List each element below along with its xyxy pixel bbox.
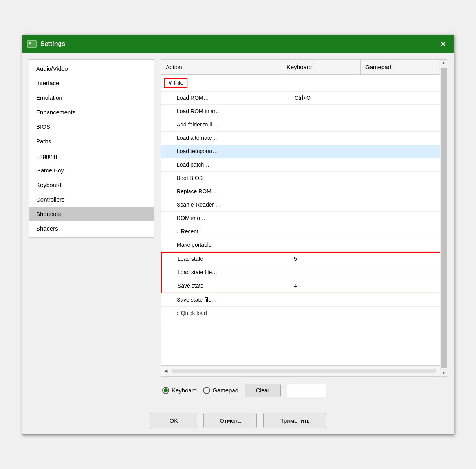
- apply-button[interactable]: Применить: [263, 413, 326, 428]
- keyboard-cell: [290, 162, 368, 167]
- gamepad-cell: [368, 216, 447, 220]
- keyboard-cell: [290, 189, 368, 194]
- scroll-left-arrow[interactable]: ◀: [161, 365, 170, 376]
- gamepad-cell: [368, 176, 447, 180]
- close-button[interactable]: ✕: [437, 38, 449, 50]
- gamepad-radio-label[interactable]: Gamepad: [203, 387, 238, 394]
- action-cell: Make portable: [161, 239, 290, 250]
- horizontal-scrollbar[interactable]: ◀ ▶: [161, 365, 447, 376]
- table-row[interactable]: ∨ File: [161, 75, 447, 92]
- keyboard-radio[interactable]: [162, 387, 169, 394]
- sidebar: Audio/Video Interface Emulation Enhancem…: [29, 59, 154, 238]
- sidebar-item-enhancements[interactable]: Enhancements: [29, 105, 154, 119]
- gamepad-cell: [368, 149, 447, 154]
- titlebar: Settings ✕: [22, 35, 454, 53]
- sidebar-item-shaders[interactable]: Shaders: [29, 221, 154, 236]
- gamepad-cell: [368, 189, 447, 194]
- table-row[interactable]: Make portable: [161, 238, 447, 252]
- content-area: Audio/Video Interface Emulation Enhancem…: [22, 53, 454, 407]
- sidebar-item-shortcuts[interactable]: Shortcuts: [29, 207, 154, 221]
- keyboard-cell: [290, 122, 368, 127]
- ok-button[interactable]: OK: [150, 413, 197, 428]
- gamepad-cell: [368, 270, 446, 275]
- app-icon: [27, 40, 37, 48]
- gamepad-cell: [368, 162, 447, 167]
- gamepad-cell: [368, 297, 447, 302]
- sidebar-item-audiovideo[interactable]: Audio/Video: [29, 61, 154, 76]
- red-outline-group: Load state 5 Load state file…: [161, 252, 447, 293]
- bottom-controls: Keyboard Gamepad Clear: [161, 381, 447, 400]
- gamepad-radio[interactable]: [203, 387, 210, 394]
- sidebar-item-gameboy[interactable]: Game Boy: [29, 163, 154, 178]
- sidebar-item-logging[interactable]: Logging: [29, 148, 154, 163]
- keyboard-cell: Ctrl+O: [290, 92, 368, 103]
- gamepad-cell: [368, 256, 446, 261]
- table-row[interactable]: Load alternate …: [161, 132, 447, 145]
- table-row[interactable]: Add folder to li…: [161, 118, 447, 132]
- action-cell: Load alternate …: [161, 132, 290, 143]
- key-input[interactable]: [287, 384, 326, 397]
- cancel-button[interactable]: Отмена: [203, 413, 257, 428]
- table-row[interactable]: Replace ROM…: [161, 185, 447, 198]
- radio-group: Keyboard Gamepad: [162, 387, 238, 394]
- table-row[interactable]: Load ROM in ar…: [161, 105, 447, 118]
- gamepad-cell: [368, 283, 446, 288]
- action-cell: › Quick load: [161, 308, 290, 319]
- sidebar-item-paths[interactable]: Paths: [29, 134, 154, 148]
- action-cell: Load ROM in ar…: [161, 106, 290, 117]
- vertical-scrollbar[interactable]: ▲ ▼: [440, 75, 447, 365]
- gamepad-cell: [368, 229, 447, 234]
- keyboard-cell: 5: [289, 253, 368, 264]
- file-section-header: ∨ File: [161, 76, 190, 90]
- keyboard-cell: [289, 270, 368, 275]
- hscroll-track[interactable]: [172, 369, 436, 373]
- chevron-down-icon: ∨: [168, 79, 172, 86]
- arrow-right-icon: ›: [177, 310, 179, 316]
- action-cell: Add folder to li…: [161, 119, 290, 130]
- action-cell: Boot BIOS: [161, 172, 290, 183]
- gamepad-cell: [368, 202, 447, 207]
- sidebar-item-interface[interactable]: Interface: [29, 76, 154, 90]
- action-cell: › Recent: [161, 226, 290, 237]
- table-row[interactable]: Scan e-Reader …: [161, 198, 447, 212]
- sidebar-item-bios[interactable]: BIOS: [29, 119, 154, 134]
- table-row[interactable]: Load state 5: [162, 253, 446, 266]
- keyboard-cell: [290, 242, 368, 247]
- keyboard-cell: 4: [289, 280, 368, 291]
- keyboard-cell: [290, 311, 368, 315]
- table-row[interactable]: Load ROM… Ctrl+O: [161, 92, 447, 105]
- gamepad-cell: [368, 311, 447, 315]
- table-row[interactable]: › Quick load: [161, 307, 447, 320]
- action-cell: Load ROM…: [161, 92, 290, 103]
- keyboard-radio-text: Keyboard: [172, 387, 197, 394]
- shortcuts-table: Action Keyboard Gamepad ∨ File: [161, 59, 447, 377]
- keyboard-cell: [290, 176, 368, 180]
- sidebar-item-keyboard[interactable]: Keyboard: [29, 178, 154, 192]
- table-row[interactable]: Load temporar…: [161, 145, 447, 158]
- gamepad-cell: [368, 242, 447, 247]
- scroll-thumb[interactable]: [441, 75, 447, 365]
- action-cell: Load temporar…: [161, 146, 290, 157]
- table-body-area: ∨ File Load ROM… Ctrl+O: [161, 75, 447, 365]
- action-cell: Save state file…: [161, 294, 290, 305]
- table-row[interactable]: ROM info…: [161, 212, 447, 225]
- clear-button[interactable]: Clear: [245, 384, 280, 397]
- sidebar-item-emulation[interactable]: Emulation: [29, 90, 154, 105]
- table-row[interactable]: Load state file…: [162, 266, 446, 279]
- gamepad-cell: [368, 136, 447, 140]
- table-row[interactable]: Load patch…: [161, 158, 447, 172]
- table-row[interactable]: Boot BIOS: [161, 172, 447, 185]
- col-keyboard: Keyboard: [282, 60, 361, 74]
- keyboard-radio-label[interactable]: Keyboard: [162, 387, 197, 394]
- table-row[interactable]: Save state file…: [161, 293, 447, 307]
- keyboard-cell: [290, 109, 368, 114]
- gamepad-cell: [368, 122, 447, 127]
- table-row[interactable]: Save state 4: [162, 279, 446, 293]
- action-cell: Load state: [162, 253, 289, 264]
- action-cell: ROM info…: [161, 213, 290, 224]
- table-row[interactable]: › Recent: [161, 225, 447, 238]
- window-title: Settings: [40, 40, 65, 48]
- sidebar-item-controllers[interactable]: Controllers: [29, 192, 154, 207]
- table-rows-container: ∨ File Load ROM… Ctrl+O: [161, 75, 447, 365]
- table-header: Action Keyboard Gamepad: [161, 60, 447, 75]
